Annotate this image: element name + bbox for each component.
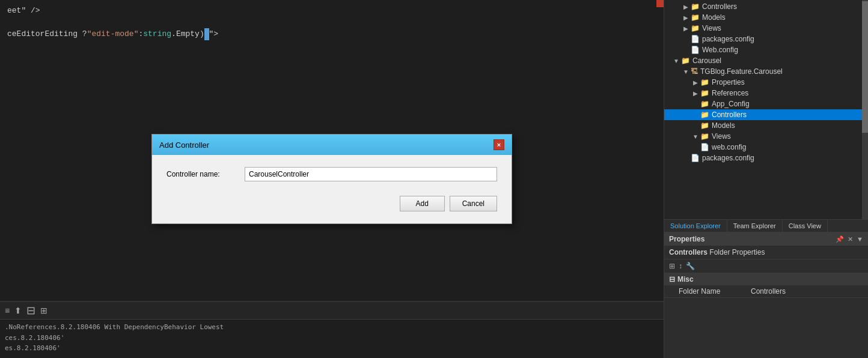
folder-icon: 📁 [700,121,709,130]
tree-item-packages-carousel[interactable]: 📄 packages.config [664,153,868,163]
controller-name-label: Controller name: [167,170,245,178]
output-line-2: ces.8.2.180406' [5,333,659,344]
tree-item-packages-top[interactable]: 📄 packages.config [664,34,868,44]
dialog-title: Add Controller [159,141,209,150]
chevron-down-icon: ▼ [681,68,691,75]
folder-icon: 📁 [700,100,709,108]
controller-name-input[interactable] [245,167,497,181]
chevron-right-icon: ▶ [691,79,700,86]
controller-name-row: Controller name: [167,167,497,181]
tree-item-label: Controllers [712,111,747,119]
tree-item-label: Web.config [702,46,738,54]
add-button[interactable]: Add [400,196,445,211]
tab-class-view[interactable]: Class View [783,220,828,232]
tree-item-label: Properties [712,78,745,86]
dialog-buttons: Add Cancel [167,193,497,211]
chevron-right-icon: ▶ [681,25,691,32]
tree-item-webconfig-top[interactable]: 📄 Web.config [664,44,868,55]
properties-grid-icon[interactable]: ⊞ [669,262,675,270]
folder-icon: 📁 [700,89,709,97]
folder-icon: 📁 [691,13,700,22]
tree-container: ▶ 📁 Controllers ▶ 📁 Models ▶ 📁 Views 📄 p… [664,0,868,163]
properties-object-name: Controllers [669,248,708,256]
tree-item-views-top[interactable]: ▶ 📁 Views [664,23,868,34]
tab-team-explorer[interactable]: Team Explorer [727,220,783,232]
cancel-button[interactable]: Cancel [450,196,497,211]
red-dot-indicator [656,0,664,7]
properties-subheader: Controllers Folder Properties [664,246,868,259]
output-icon-4[interactable]: ⊞ [40,306,47,315]
chevron-down-icon: ▼ [671,58,681,64]
dialog-titlebar: Add Controller × [152,135,512,155]
properties-close-icon[interactable]: ✕ [848,235,853,243]
folder-icon: 📁 [700,132,709,141]
tree-item-feature-carousel[interactable]: ▼ 🏗 TGBlog.Feature.Carousel [664,66,868,77]
tree-item-label: Controllers [702,2,737,11]
tree-item-webconfig-carousel[interactable]: 📄 web.config [664,142,868,153]
output-line-3: es.8.2.180406' [5,343,659,354]
file-icon: 📄 [691,154,700,162]
solution-explorer: ▶ 📁 Controllers ▶ 📁 Models ▶ 📁 Views 📄 p… [664,0,868,219]
tree-item-label: TGBlog.Feature.Carousel [700,67,783,76]
tree-item-carousel[interactable]: ▼ 📁 Carousel [664,55,868,66]
output-icon-2[interactable]: ⬆ [14,306,22,315]
tree-item-properties[interactable]: ▶ 📁 Properties [664,77,868,88]
folder-icon: 📁 [691,24,700,32]
properties-title: Properties [669,235,704,243]
tree-item-references[interactable]: ▶ 📁 References [664,88,868,99]
properties-object-type: Folder Properties [709,248,765,256]
properties-sort-icon[interactable]: ↕ [679,262,682,270]
project-icon: 🏗 [691,67,698,76]
dialog-close-button[interactable]: × [494,139,504,150]
explorer-tabs: Solution Explorer Team Explorer Class Vi… [664,219,868,232]
folder-icon: 📁 [691,2,700,11]
folder-icon: 📁 [700,78,709,86]
output-icon-3[interactable]: ⊟ [26,304,35,317]
file-icon: 📄 [700,143,709,151]
tab-solution-explorer[interactable]: Solution Explorer [664,220,727,232]
tree-item-label: packages.config [702,154,754,162]
output-content: .NoReferences.8.2.180406 With Dependency… [0,320,664,356]
prop-folder-name-label: Folder Name [679,287,751,296]
pin-icon[interactable]: 📌 [836,235,844,243]
prop-folder-name-value: Controllers [751,287,786,296]
folder-icon: 📁 [681,56,690,65]
tree-item-label: Views [712,132,731,141]
chevron-down-icon[interactable]: ▼ [857,235,863,243]
output-line-1: .NoReferences.8.2.180406 With Dependency… [5,322,659,333]
tree-item-controllers-selected[interactable]: 📁 Controllers [664,109,868,120]
chevron-right-icon: ▶ [691,90,700,97]
tree-item-label: Views [702,24,721,32]
properties-panel: Properties 📌 ✕ ▼ Controllers Folder Prop… [664,232,868,358]
tree-item-label: References [712,89,748,97]
properties-wrench-icon[interactable]: 🔧 [686,262,695,270]
editor-panel: eet" /> ceEditorEditing ? "edit-mode" : … [0,0,664,358]
output-icon-1[interactable]: ≡ [5,306,10,315]
properties-header: Properties 📌 ✕ ▼ [664,232,868,246]
tree-item-label: packages.config [702,35,754,43]
collapse-icon[interactable]: ⊟ [669,275,675,284]
file-icon: 📄 [691,35,700,43]
properties-section-misc: ⊟ Misc Folder Name Controllers [664,273,868,298]
output-panel: ≡ ⬆ ⊟ ⊞ .NoReferences.8.2.180406 With De… [0,301,664,358]
output-panel-toolbar: ≡ ⬆ ⊟ ⊞ [0,302,664,320]
dialog-body: Controller name: Add Cancel [152,155,512,223]
file-icon: 📄 [691,46,700,54]
folder-icon: 📁 [700,111,709,119]
misc-section-header: ⊟ Misc [664,273,868,285]
properties-controls: 📌 ✕ ▼ [836,235,863,243]
tree-item-views-carousel[interactable]: ▼ 📁 Views [664,131,868,142]
tree-item-models-carousel[interactable]: 📁 Models [664,120,868,131]
tree-item-appconfig[interactable]: 📁 App_Config [664,99,868,109]
chevron-down-icon: ▼ [691,133,700,140]
section-label: Misc [677,275,694,284]
tree-item-models-top[interactable]: ▶ 📁 Models [664,12,868,23]
tree-item-label: Models [702,13,726,22]
tree-item-controllers-top[interactable]: ▶ 📁 Controllers [664,1,868,12]
tree-scrollbar-thumb[interactable] [862,1,868,133]
tree-scrollbar[interactable] [862,0,868,219]
tree-item-label: web.config [712,143,746,151]
right-panel: ▶ 📁 Controllers ▶ 📁 Models ▶ 📁 Views 📄 p… [664,0,868,358]
chevron-right-icon: ▶ [681,14,691,21]
tree-item-label: App_Config [712,100,750,108]
